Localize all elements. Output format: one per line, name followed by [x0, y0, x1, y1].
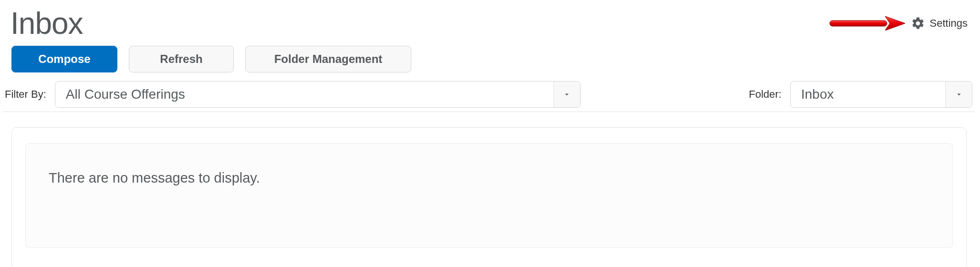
folder-value: Inbox	[791, 82, 945, 107]
empty-message: There are no messages to display.	[49, 170, 929, 186]
page-content: Inbox	[0, 0, 978, 267]
compose-button[interactable]: Compose	[11, 46, 117, 72]
empty-state-card: There are no messages to display.	[25, 143, 953, 248]
refresh-button[interactable]: Refresh	[129, 46, 234, 72]
gear-icon	[911, 16, 925, 31]
chevron-down-icon	[955, 90, 963, 99]
filter-by-caret	[553, 82, 580, 107]
toolbar: Compose Refresh Folder Management	[3, 41, 975, 81]
settings-area: Settings	[829, 16, 971, 31]
filter-row: Filter By: All Course Offerings Folder: …	[3, 81, 975, 112]
folder-select[interactable]: Inbox	[790, 81, 972, 108]
filter-by-select[interactable]: All Course Offerings	[55, 81, 581, 108]
viewport[interactable]: Inbox	[0, 0, 978, 267]
folder-management-button[interactable]: Folder Management	[245, 46, 411, 72]
annotation-arrow	[829, 16, 905, 31]
header-row: Inbox	[3, 3, 975, 41]
filter-by-label: Filter By:	[5, 88, 47, 101]
settings-label: Settings	[930, 17, 968, 30]
content-area: There are no messages to display.	[11, 127, 967, 267]
settings-link[interactable]: Settings	[911, 16, 968, 31]
page-title: Inbox	[10, 6, 83, 41]
folder-label: Folder:	[749, 88, 782, 101]
filter-by-value: All Course Offerings	[55, 82, 553, 107]
svg-rect-0	[830, 21, 887, 26]
svg-marker-1	[885, 16, 905, 31]
chevron-down-icon	[563, 90, 571, 99]
folder-caret	[945, 82, 972, 107]
